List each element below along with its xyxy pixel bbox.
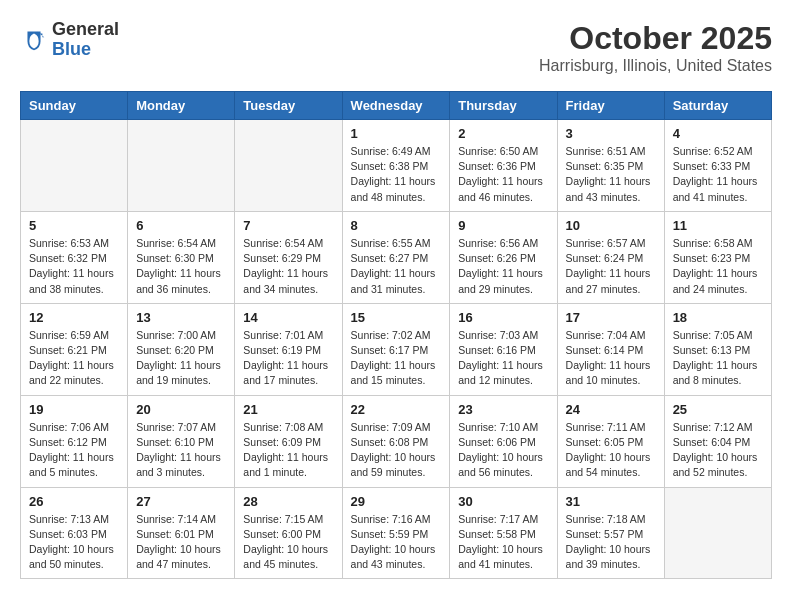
day-number: 12 [29, 310, 119, 325]
calendar-day-cell: 30Sunrise: 7:17 AMSunset: 5:58 PMDayligh… [450, 487, 557, 579]
day-info: Sunrise: 7:16 AMSunset: 5:59 PMDaylight:… [351, 512, 442, 573]
calendar-day-cell: 21Sunrise: 7:08 AMSunset: 6:09 PMDayligh… [235, 395, 342, 487]
logo-icon [20, 26, 48, 54]
weekday-header-row: SundayMondayTuesdayWednesdayThursdayFrid… [21, 92, 772, 120]
calendar-day-cell: 7Sunrise: 6:54 AMSunset: 6:29 PMDaylight… [235, 211, 342, 303]
day-number: 19 [29, 402, 119, 417]
page-subtitle: Harrisburg, Illinois, United States [539, 57, 772, 75]
day-info: Sunrise: 7:10 AMSunset: 6:06 PMDaylight:… [458, 420, 548, 481]
calendar-day-cell: 11Sunrise: 6:58 AMSunset: 6:23 PMDayligh… [664, 211, 771, 303]
day-number: 25 [673, 402, 763, 417]
day-info: Sunrise: 7:09 AMSunset: 6:08 PMDaylight:… [351, 420, 442, 481]
day-number: 6 [136, 218, 226, 233]
calendar-day-cell: 20Sunrise: 7:07 AMSunset: 6:10 PMDayligh… [128, 395, 235, 487]
day-info: Sunrise: 6:56 AMSunset: 6:26 PMDaylight:… [458, 236, 548, 297]
calendar-day-cell: 13Sunrise: 7:00 AMSunset: 6:20 PMDayligh… [128, 303, 235, 395]
calendar-day-cell [21, 120, 128, 212]
day-number: 21 [243, 402, 333, 417]
calendar-day-cell: 8Sunrise: 6:55 AMSunset: 6:27 PMDaylight… [342, 211, 450, 303]
day-number: 18 [673, 310, 763, 325]
calendar-day-cell: 19Sunrise: 7:06 AMSunset: 6:12 PMDayligh… [21, 395, 128, 487]
day-info: Sunrise: 7:06 AMSunset: 6:12 PMDaylight:… [29, 420, 119, 481]
page-header: General Blue October 2025 Harrisburg, Il… [20, 20, 772, 75]
day-info: Sunrise: 7:13 AMSunset: 6:03 PMDaylight:… [29, 512, 119, 573]
calendar-day-cell: 1Sunrise: 6:49 AMSunset: 6:38 PMDaylight… [342, 120, 450, 212]
day-info: Sunrise: 7:01 AMSunset: 6:19 PMDaylight:… [243, 328, 333, 389]
calendar-day-cell: 24Sunrise: 7:11 AMSunset: 6:05 PMDayligh… [557, 395, 664, 487]
day-number: 27 [136, 494, 226, 509]
weekday-header: Thursday [450, 92, 557, 120]
day-info: Sunrise: 6:55 AMSunset: 6:27 PMDaylight:… [351, 236, 442, 297]
day-info: Sunrise: 6:53 AMSunset: 6:32 PMDaylight:… [29, 236, 119, 297]
day-info: Sunrise: 6:59 AMSunset: 6:21 PMDaylight:… [29, 328, 119, 389]
calendar-day-cell: 28Sunrise: 7:15 AMSunset: 6:00 PMDayligh… [235, 487, 342, 579]
day-number: 22 [351, 402, 442, 417]
day-info: Sunrise: 7:04 AMSunset: 6:14 PMDaylight:… [566, 328, 656, 389]
day-number: 17 [566, 310, 656, 325]
day-info: Sunrise: 6:52 AMSunset: 6:33 PMDaylight:… [673, 144, 763, 205]
day-number: 13 [136, 310, 226, 325]
calendar-day-cell: 26Sunrise: 7:13 AMSunset: 6:03 PMDayligh… [21, 487, 128, 579]
day-info: Sunrise: 6:57 AMSunset: 6:24 PMDaylight:… [566, 236, 656, 297]
day-number: 30 [458, 494, 548, 509]
weekday-header: Monday [128, 92, 235, 120]
logo-text: General Blue [52, 20, 119, 60]
day-info: Sunrise: 6:54 AMSunset: 6:30 PMDaylight:… [136, 236, 226, 297]
day-number: 8 [351, 218, 442, 233]
calendar-day-cell: 31Sunrise: 7:18 AMSunset: 5:57 PMDayligh… [557, 487, 664, 579]
calendar-day-cell [664, 487, 771, 579]
calendar-table: SundayMondayTuesdayWednesdayThursdayFrid… [20, 91, 772, 579]
day-info: Sunrise: 7:12 AMSunset: 6:04 PMDaylight:… [673, 420, 763, 481]
calendar-day-cell: 17Sunrise: 7:04 AMSunset: 6:14 PMDayligh… [557, 303, 664, 395]
day-number: 23 [458, 402, 548, 417]
calendar-day-cell: 12Sunrise: 6:59 AMSunset: 6:21 PMDayligh… [21, 303, 128, 395]
calendar-day-cell: 25Sunrise: 7:12 AMSunset: 6:04 PMDayligh… [664, 395, 771, 487]
calendar-day-cell: 3Sunrise: 6:51 AMSunset: 6:35 PMDaylight… [557, 120, 664, 212]
calendar-day-cell: 23Sunrise: 7:10 AMSunset: 6:06 PMDayligh… [450, 395, 557, 487]
day-number: 11 [673, 218, 763, 233]
day-info: Sunrise: 7:05 AMSunset: 6:13 PMDaylight:… [673, 328, 763, 389]
day-number: 1 [351, 126, 442, 141]
day-number: 28 [243, 494, 333, 509]
weekday-header: Saturday [664, 92, 771, 120]
day-number: 5 [29, 218, 119, 233]
logo: General Blue [20, 20, 119, 60]
calendar-day-cell: 22Sunrise: 7:09 AMSunset: 6:08 PMDayligh… [342, 395, 450, 487]
calendar-day-cell: 29Sunrise: 7:16 AMSunset: 5:59 PMDayligh… [342, 487, 450, 579]
calendar-week-row: 5Sunrise: 6:53 AMSunset: 6:32 PMDaylight… [21, 211, 772, 303]
day-number: 3 [566, 126, 656, 141]
calendar-day-cell [128, 120, 235, 212]
day-number: 16 [458, 310, 548, 325]
calendar-day-cell: 14Sunrise: 7:01 AMSunset: 6:19 PMDayligh… [235, 303, 342, 395]
calendar-day-cell [235, 120, 342, 212]
weekday-header: Wednesday [342, 92, 450, 120]
weekday-header: Tuesday [235, 92, 342, 120]
title-block: October 2025 Harrisburg, Illinois, Unite… [539, 20, 772, 75]
day-info: Sunrise: 7:14 AMSunset: 6:01 PMDaylight:… [136, 512, 226, 573]
day-number: 29 [351, 494, 442, 509]
day-info: Sunrise: 7:15 AMSunset: 6:00 PMDaylight:… [243, 512, 333, 573]
day-info: Sunrise: 6:50 AMSunset: 6:36 PMDaylight:… [458, 144, 548, 205]
day-number: 26 [29, 494, 119, 509]
day-number: 10 [566, 218, 656, 233]
calendar-week-row: 26Sunrise: 7:13 AMSunset: 6:03 PMDayligh… [21, 487, 772, 579]
calendar-day-cell: 6Sunrise: 6:54 AMSunset: 6:30 PMDaylight… [128, 211, 235, 303]
day-number: 20 [136, 402, 226, 417]
day-number: 4 [673, 126, 763, 141]
day-number: 2 [458, 126, 548, 141]
calendar-day-cell: 15Sunrise: 7:02 AMSunset: 6:17 PMDayligh… [342, 303, 450, 395]
day-info: Sunrise: 6:49 AMSunset: 6:38 PMDaylight:… [351, 144, 442, 205]
calendar-day-cell: 18Sunrise: 7:05 AMSunset: 6:13 PMDayligh… [664, 303, 771, 395]
calendar-day-cell: 5Sunrise: 6:53 AMSunset: 6:32 PMDaylight… [21, 211, 128, 303]
calendar-week-row: 19Sunrise: 7:06 AMSunset: 6:12 PMDayligh… [21, 395, 772, 487]
day-info: Sunrise: 7:11 AMSunset: 6:05 PMDaylight:… [566, 420, 656, 481]
day-info: Sunrise: 6:51 AMSunset: 6:35 PMDaylight:… [566, 144, 656, 205]
weekday-header: Sunday [21, 92, 128, 120]
day-info: Sunrise: 7:17 AMSunset: 5:58 PMDaylight:… [458, 512, 548, 573]
calendar-day-cell: 27Sunrise: 7:14 AMSunset: 6:01 PMDayligh… [128, 487, 235, 579]
day-info: Sunrise: 7:02 AMSunset: 6:17 PMDaylight:… [351, 328, 442, 389]
day-info: Sunrise: 6:54 AMSunset: 6:29 PMDaylight:… [243, 236, 333, 297]
day-info: Sunrise: 7:18 AMSunset: 5:57 PMDaylight:… [566, 512, 656, 573]
calendar-day-cell: 16Sunrise: 7:03 AMSunset: 6:16 PMDayligh… [450, 303, 557, 395]
day-number: 9 [458, 218, 548, 233]
